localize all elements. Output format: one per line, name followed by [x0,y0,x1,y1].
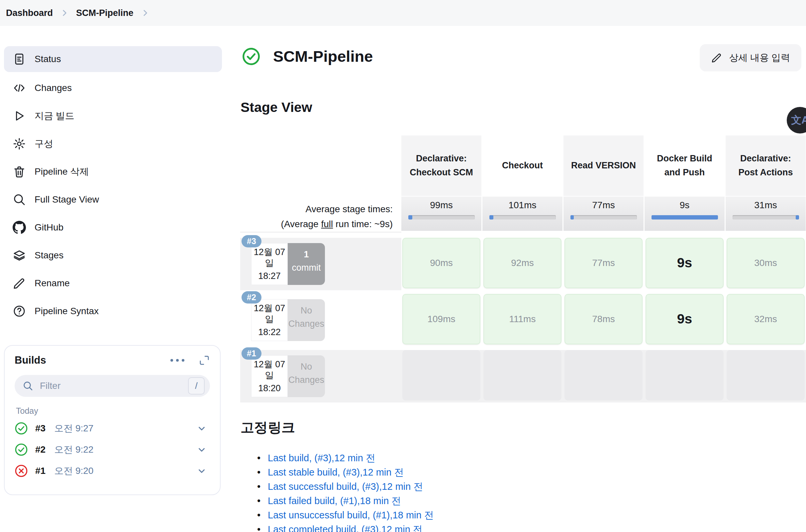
permalink-item: Last unsuccessful build, (#1),18 min 전 [256,508,434,522]
chevron-down-icon[interactable] [197,445,207,455]
stage-cell-empty [402,350,481,400]
build-number[interactable]: #1 [35,466,45,476]
sidebar-item-stages[interactable]: Stages [4,242,222,269]
sidebar-item-build-now[interactable]: 지금 빌드 [4,102,222,130]
stage-column-header: Docker Build and Push [644,135,725,196]
code-icon [13,81,26,95]
search-icon [23,381,33,391]
chevron-right-icon[interactable] [141,8,150,17]
build-time[interactable]: 오전 9:27 [54,422,93,435]
build-time[interactable]: 오전 9:20 [54,464,93,477]
stage-cell[interactable]: 78ms [564,294,642,344]
edit-description-button[interactable]: 상세 내용 입력 [700,44,801,71]
run-badge[interactable]: #3 [242,235,261,247]
stage-cell-empty [564,350,642,400]
pencil-icon [13,277,26,290]
stage-cell[interactable]: 109ms [402,294,481,344]
build-time[interactable]: 오전 9:22 [54,443,93,456]
run-changes: No Changes [288,299,325,341]
breadcrumb-dashboard[interactable]: Dashboard [6,8,53,18]
page-title: SCM-Pipeline [273,47,373,65]
run-label: #1 12월 07일 18:20 No Changes [240,350,401,402]
build-row-3[interactable]: #3 오전 9:27 [15,418,210,439]
success-icon [15,443,28,456]
stage-column-header: Checkout [482,135,562,196]
stage-view-table: Declarative: Checkout SCM Checkout Read … [240,135,806,406]
breadcrumb: Dashboard SCM-Pipeline [0,0,806,26]
permalinks-title: 고정링크 [241,418,295,437]
permalink-item: Last successful build, (#3),12 min 전 [256,479,434,494]
stage-row-build-2: #2 12월 07일 18:22 No Changes 109ms 111ms [240,294,806,346]
stage-cell[interactable]: 77ms [564,238,642,288]
build-row-2[interactable]: #2 오전 9:22 [15,439,210,460]
run-badge[interactable]: #2 [242,291,261,304]
sidebar-item-rename[interactable]: Rename [4,269,222,297]
breadcrumb-pipeline[interactable]: SCM-Pipeline [76,8,134,18]
permalink-last-successful-build[interactable]: Last successful build, (#3),12 min 전 [268,481,423,492]
sidebar-item-label: Stages [35,250,63,261]
pencil-icon [711,52,722,63]
more-options-icon[interactable] [169,358,185,363]
layers-icon [13,249,26,262]
permalink-last-build[interactable]: Last build, (#3),12 min 전 [268,453,375,463]
sidebar-item-label: 구성 [35,137,53,150]
chevron-right-icon [60,8,69,17]
success-icon [15,422,28,435]
sidebar-item-github[interactable]: GitHub [4,213,222,242]
average-progress-bar [570,215,637,220]
sidebar-item-configure[interactable]: 구성 [4,130,222,158]
trash-icon [13,165,26,178]
permalink-last-unsuccessful-build[interactable]: Last unsuccessful build, (#1),18 min 전 [268,510,434,520]
sidebar-item-label: Pipeline 삭제 [35,165,89,178]
document-icon [13,53,26,66]
stage-cell[interactable]: 32ms [727,294,805,344]
build-row-1[interactable]: #1 오전 9:20 [15,460,210,481]
stage-cell[interactable]: 9s [645,294,724,344]
sidebar-item-pipeline-syntax[interactable]: Pipeline Syntax [4,297,222,325]
run-date[interactable]: 12월 07일 18:22 [251,299,288,341]
stage-cell[interactable]: 92ms [483,238,561,288]
chevron-down-icon[interactable] [197,423,207,433]
permalinks-list: Last build, (#3),12 min 전 Last stable bu… [256,451,434,532]
chevron-down-icon[interactable] [197,466,207,476]
build-number[interactable]: #2 [35,444,45,455]
average-progress-bar [733,215,799,220]
stage-cell-empty [645,350,724,400]
expand-icon[interactable] [199,355,210,366]
run-label: #2 12월 07일 18:22 No Changes [240,294,401,346]
permalink-last-stable-build[interactable]: Last stable build, (#3),12 min 전 [268,467,404,477]
filter-input[interactable] [39,380,188,392]
play-icon [13,109,26,122]
sidebar-item-label: Changes [35,83,72,93]
sidebar-item-delete-pipeline[interactable]: Pipeline 삭제 [4,158,222,186]
run-badge[interactable]: #1 [242,347,261,360]
stage-cell[interactable]: 9s [645,238,724,288]
question-icon [13,305,26,318]
average-cell: 101ms [482,196,562,231]
permalink-item: Last completed build, (#3),12 min 전 [256,522,434,532]
stage-view-title: Stage View [241,100,312,115]
translate-button[interactable]: 文A [787,107,806,133]
stage-header-row: Declarative: Checkout SCM Checkout Read … [401,135,806,196]
run-date[interactable]: 12월 07일 18:20 [251,355,288,397]
sidebar-item-label: 지금 빌드 [35,110,74,122]
permalink-last-failed-build[interactable]: Last failed build, (#1),18 min 전 [268,495,401,506]
stage-cell[interactable]: 90ms [402,238,481,288]
run-changes[interactable]: 1 commit [288,243,325,285]
sidebar-item-changes[interactable]: Changes [4,74,222,102]
run-date[interactable]: 12월 07일 18:27 [251,243,288,285]
sidebar-item-status[interactable]: Status [4,46,222,72]
permalink-item: Last failed build, (#1),18 min 전 [256,494,434,508]
sidebar-item-full-stage-view[interactable]: Full Stage View [4,186,222,213]
stage-cell-empty [727,350,805,400]
stage-cell[interactable]: 111ms [483,294,561,344]
average-cell: 99ms [401,196,482,231]
permalink-last-completed-build[interactable]: Last completed build, (#3),12 min 전 [268,524,423,532]
stage-row-build-3: #3 12월 07일 18:27 1 commit 90ms 92ms 7 [240,238,806,290]
builds-filter: / [15,375,210,397]
build-number[interactable]: #3 [35,423,45,434]
stage-cell[interactable]: 30ms [727,238,805,288]
average-cell: 77ms [563,196,643,231]
builds-title: Builds [15,354,46,366]
translate-icon: 文A [791,113,806,127]
